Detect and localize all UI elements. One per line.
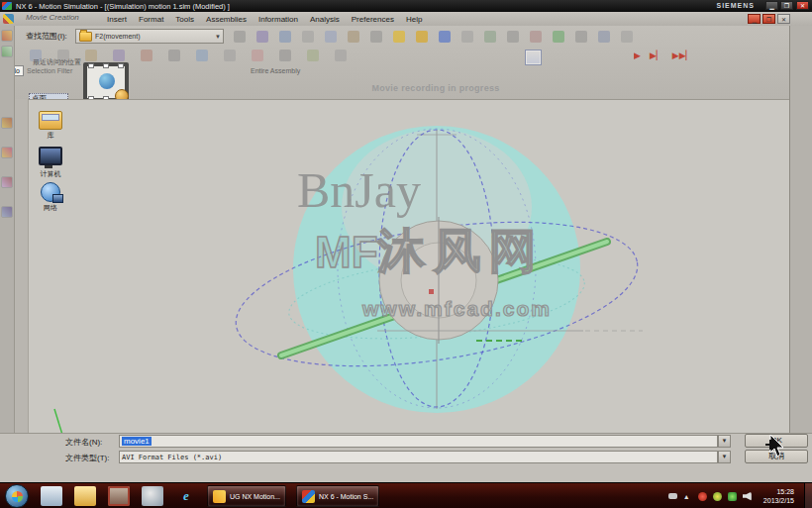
nx-logo-icon <box>2 2 12 10</box>
animation-playback-controls: ▶ ▶▏ ▶▶▏ <box>634 51 693 60</box>
view-layout-grid-icon[interactable] <box>525 50 542 65</box>
speaker-icon[interactable] <box>743 492 752 501</box>
toolbar-icon[interactable] <box>279 31 291 43</box>
close-button[interactable]: ✕ <box>796 1 809 10</box>
folder-icon[interactable] <box>416 31 428 43</box>
toolbar-icon[interactable] <box>256 31 268 43</box>
filetype-dropdown[interactable]: AVI Format Files (*.avi) <box>119 451 718 463</box>
place-label: 网络 <box>28 203 73 213</box>
minimize-button[interactable]: ▁ <box>765 1 778 10</box>
toolbar-icon[interactable] <box>621 31 633 43</box>
right-resource-strip <box>789 26 812 434</box>
toolbar-icon[interactable] <box>575 31 587 43</box>
computer-icon <box>39 147 62 165</box>
toolbar-icon[interactable] <box>507 31 519 43</box>
filename-dropdown-arrow[interactable]: ▼ <box>718 435 731 448</box>
show-desktop-button[interactable] <box>804 483 812 508</box>
toolbar-icon[interactable] <box>1 206 13 218</box>
toolbar-icon[interactable] <box>234 31 246 43</box>
open-folder-icon[interactable] <box>393 31 405 43</box>
taskbar-button-ug-nx[interactable]: UG NX Motion... <box>207 485 286 507</box>
ug-nx-app-icon <box>213 490 226 503</box>
toolbar-icon[interactable] <box>302 31 314 43</box>
filename-input[interactable]: movie1 <box>119 435 718 448</box>
toolbar-icon[interactable] <box>461 31 473 43</box>
menu-information[interactable]: Information <box>253 15 304 24</box>
mdi-close-button[interactable]: ✕ <box>777 14 790 24</box>
left-toolbar <box>0 26 15 434</box>
mfcad-logo: MF <box>315 228 378 276</box>
toolbar-icon[interactable] <box>348 31 359 43</box>
movie-creation-tooltip: Movie Creation <box>26 13 79 22</box>
look-in-value: F2(movement) <box>95 33 141 40</box>
toolbar-icon[interactable] <box>85 50 97 61</box>
look-in-label: 查找范围(I): <box>26 31 67 42</box>
explorer-folder-icon[interactable] <box>74 486 96 506</box>
toolbar-icon[interactable] <box>553 31 564 43</box>
toolbar-icon[interactable] <box>141 50 152 61</box>
taskbar-clock[interactable]: 15:28 2013/2/15 <box>763 487 794 505</box>
taskbar-button-nx6[interactable]: NX 6 - Motion S... <box>296 485 379 507</box>
toolbar-icon[interactable] <box>484 31 496 43</box>
toolbar-icon[interactable] <box>1 147 13 158</box>
toolbar-icon[interactable] <box>1 46 13 57</box>
start-button[interactable] <box>5 484 29 508</box>
input-keyboard-icon[interactable] <box>668 493 677 499</box>
tray-safety-icon[interactable] <box>713 492 722 501</box>
assembly-scope-dropdown[interactable]: Entire Assembly <box>251 67 300 74</box>
menu-analysis[interactable]: Analysis <box>304 15 346 24</box>
toolbar-icon[interactable] <box>335 50 347 61</box>
menu-bar: Insert Format Tools Assemblies Informati… <box>0 12 812 26</box>
toolbar-icon[interactable] <box>279 50 291 61</box>
place-network[interactable]: 网络 <box>28 182 73 213</box>
place-libraries[interactable]: 库 <box>28 111 73 141</box>
chevron-down-icon: ▼ <box>215 34 223 40</box>
media-easel-icon[interactable] <box>108 486 130 506</box>
restore-button[interactable]: ❐ <box>780 1 793 10</box>
menu-preferences[interactable]: Preferences <box>346 15 400 24</box>
siemens-brand: SIEMENS <box>716 2 755 9</box>
filename-selected-text: movie1 <box>122 437 152 446</box>
task-label: NX 6 - Motion S... <box>319 493 373 500</box>
watermark-site-name: 沐风网 <box>378 225 545 277</box>
film-toolbar-icon[interactable] <box>439 31 451 43</box>
internet-explorer-icon[interactable]: e <box>175 486 197 506</box>
clock-time: 15:28 <box>763 487 794 496</box>
filetype-value: AVI Format Files (*.avi) <box>122 454 222 461</box>
filetype-dropdown-arrow[interactable]: ▼ <box>718 451 731 463</box>
tray-red-icon[interactable] <box>698 492 707 501</box>
play-button[interactable]: ▶ <box>634 51 641 60</box>
menu-help[interactable]: Help <box>400 15 428 24</box>
menu-insert[interactable]: Insert <box>101 15 133 24</box>
mdi-restore-button[interactable]: ❐ <box>762 14 775 24</box>
toolbar-icon[interactable] <box>168 50 180 61</box>
toolbar-row-1 <box>234 31 633 43</box>
fast-forward-button[interactable]: ▶▶▏ <box>672 51 693 60</box>
toolbar-icon[interactable] <box>370 31 382 43</box>
toolbar-icon[interactable] <box>113 50 125 61</box>
toolbar-icon[interactable] <box>252 50 263 61</box>
toolbar-icon[interactable] <box>530 31 542 43</box>
toolbar-icon[interactable] <box>1 176 13 188</box>
toolbar-icon[interactable] <box>307 50 319 61</box>
toolbar-icon[interactable] <box>598 31 610 43</box>
menu-assemblies[interactable]: Assemblies <box>200 15 253 24</box>
step-forward-button[interactable]: ▶▏ <box>650 51 663 60</box>
place-computer[interactable]: 计算机 <box>28 147 73 179</box>
menu-format[interactable]: Format <box>133 15 169 24</box>
place-recent-locations[interactable]: 最近访问的位置 <box>33 57 82 67</box>
toolbar-icon[interactable] <box>196 50 208 61</box>
hidden-icons-arrow[interactable]: ▲ <box>683 492 692 501</box>
toolbar-icon[interactable] <box>224 50 236 61</box>
mdi-minimize-button[interactable]: ▁ <box>748 14 761 24</box>
movie-file-icon[interactable] <box>83 62 129 102</box>
tray-green-icon[interactable] <box>728 492 737 501</box>
toolbar-icon[interactable] <box>325 31 337 43</box>
toolbar-icon[interactable] <box>1 117 13 129</box>
snipping-tool-icon[interactable] <box>142 486 163 506</box>
calculator-icon[interactable] <box>41 486 62 506</box>
watermark-site: MF沐风网 <box>315 220 545 283</box>
menu-tools[interactable]: Tools <box>169 15 200 24</box>
toolbar-icon[interactable] <box>1 30 13 42</box>
look-in-dropdown[interactable]: F2(movement) ▼ <box>75 29 224 44</box>
